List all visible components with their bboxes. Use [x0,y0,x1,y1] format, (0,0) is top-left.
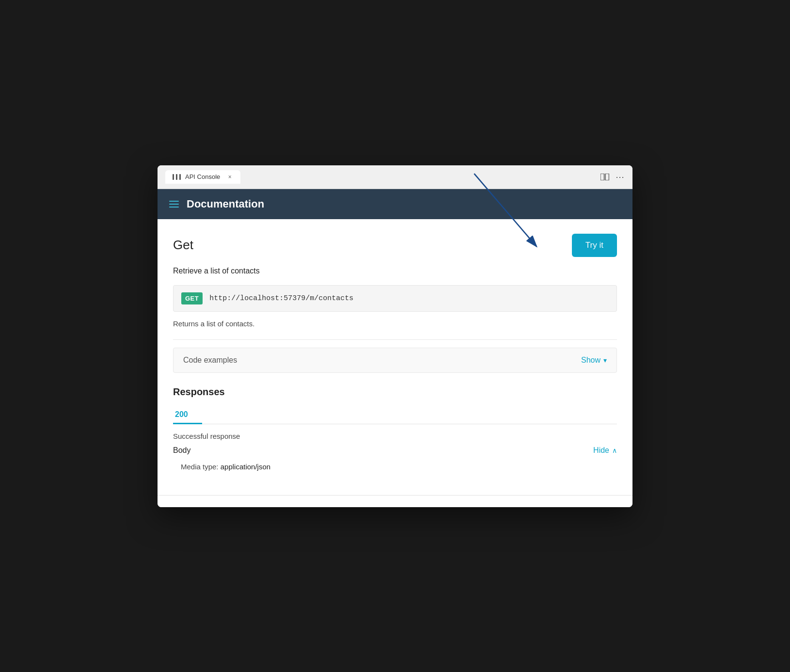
endpoint-url: http://localhost:57379/m/contacts [209,294,353,303]
endpoint-method: Get [173,238,193,253]
media-type-value: application/json [221,463,270,471]
responses-section: Responses 200 Successful response Body H… [173,386,617,471]
code-examples-label: Code examples [183,356,237,365]
chevron-down-icon: ▾ [603,356,607,364]
svg-rect-3 [605,174,609,180]
response-tabs: 200 [173,406,617,424]
tab-label: API Console [185,173,220,180]
main-content: Get Try it Retrieve a list of contacts G… [158,219,632,485]
media-type-label: Media type: [181,463,219,471]
browser-chrome: API Console × ⋯ [158,165,632,189]
split-view-button[interactable] [600,173,609,181]
more-options-button[interactable]: ⋯ [616,173,625,181]
body-row: Body Hide ∧ [173,446,617,455]
hide-label: Hide [593,446,609,455]
bottom-padding [158,496,632,507]
endpoint-description: Retrieve a list of contacts [173,267,617,275]
svg-rect-2 [600,174,604,180]
body-label: Body [173,446,190,455]
media-type-row: Media type: application/json [173,463,617,471]
chevron-up-icon: ∧ [612,447,617,454]
get-badge: GET [181,292,203,304]
page-title: Documentation [187,198,264,210]
hamburger-menu-icon[interactable] [169,201,179,208]
returns-text: Returns a list of contacts. [173,320,617,328]
tab-200[interactable]: 200 [173,406,202,424]
endpoint-header: Get Try it [173,234,617,257]
browser-tab[interactable]: API Console × [165,170,240,184]
successful-response-text: Successful response [173,432,617,440]
divider [173,339,617,340]
show-label: Show [581,356,600,365]
url-bar: GET http://localhost:57379/m/contacts [173,285,617,312]
code-examples-section[interactable]: Code examples Show ▾ [173,348,617,373]
responses-title: Responses [173,386,617,398]
tab-icon [172,174,181,180]
try-it-button[interactable]: Try it [572,234,617,257]
browser-actions: ⋯ [600,173,625,181]
hide-toggle[interactable]: Hide ∧ [593,446,617,455]
app-header: Documentation [158,189,632,219]
show-toggle[interactable]: Show ▾ [581,356,607,365]
tab-close-button[interactable]: × [226,173,234,181]
